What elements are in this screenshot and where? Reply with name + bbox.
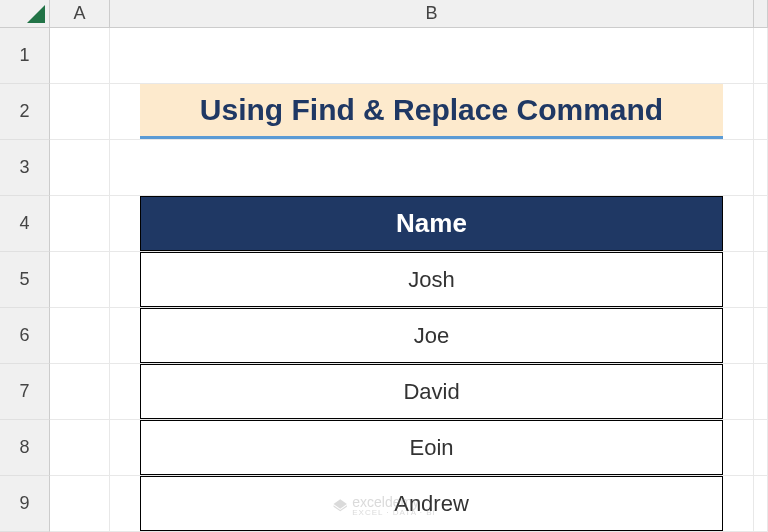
row-header-6[interactable]: 6: [0, 308, 50, 364]
cell-b7[interactable]: David: [110, 364, 754, 420]
cell-edge-5: [754, 252, 768, 308]
cell-a2[interactable]: [50, 84, 110, 140]
row-header-1[interactable]: 1: [0, 28, 50, 84]
row-header-4[interactable]: 4: [0, 196, 50, 252]
row-header-8[interactable]: 8: [0, 420, 50, 476]
cell-a9[interactable]: [50, 476, 110, 532]
select-all-button[interactable]: [0, 0, 50, 28]
column-header-edge: [754, 0, 768, 28]
column-header-a[interactable]: A: [50, 0, 110, 28]
cell-a8[interactable]: [50, 420, 110, 476]
watermark-icon: [332, 498, 348, 514]
cell-a4[interactable]: [50, 196, 110, 252]
table-row: David: [140, 364, 723, 419]
cell-edge-1: [754, 28, 768, 84]
row-header-9[interactable]: 9: [0, 476, 50, 532]
cell-edge-3: [754, 140, 768, 196]
column-header-b[interactable]: B: [110, 0, 754, 28]
row-header-7[interactable]: 7: [0, 364, 50, 420]
cell-edge-8: [754, 420, 768, 476]
cell-edge-7: [754, 364, 768, 420]
cell-edge-6: [754, 308, 768, 364]
row-header-2[interactable]: 2: [0, 84, 50, 140]
cell-b3[interactable]: [110, 140, 754, 196]
cell-a1[interactable]: [50, 28, 110, 84]
cell-a6[interactable]: [50, 308, 110, 364]
cell-a3[interactable]: [50, 140, 110, 196]
cell-b5[interactable]: Josh: [110, 252, 754, 308]
cell-a7[interactable]: [50, 364, 110, 420]
cell-b2[interactable]: Using Find & Replace Command: [110, 84, 754, 140]
row-header-5[interactable]: 5: [0, 252, 50, 308]
cell-edge-4: [754, 196, 768, 252]
row-header-3[interactable]: 3: [0, 140, 50, 196]
cell-edge-9: [754, 476, 768, 532]
cell-a5[interactable]: [50, 252, 110, 308]
page-title: Using Find & Replace Command: [140, 84, 723, 139]
table-row: Josh: [140, 252, 723, 307]
cell-b1[interactable]: [110, 28, 754, 84]
cell-b8[interactable]: Eoin: [110, 420, 754, 476]
table-row: Eoin: [140, 420, 723, 475]
table-header-name: Name: [140, 196, 723, 251]
watermark-tagline: EXCEL · DATA · BI: [352, 509, 436, 517]
watermark: exceldemy EXCEL · DATA · BI: [332, 495, 436, 517]
cell-b6[interactable]: Joe: [110, 308, 754, 364]
cell-b4[interactable]: Name: [110, 196, 754, 252]
table-row: Joe: [140, 308, 723, 363]
spreadsheet-grid: A B 1 2 Using Find & Replace Command 3 4…: [0, 0, 768, 532]
watermark-brand: exceldemy: [352, 495, 436, 509]
cell-edge-2: [754, 84, 768, 140]
